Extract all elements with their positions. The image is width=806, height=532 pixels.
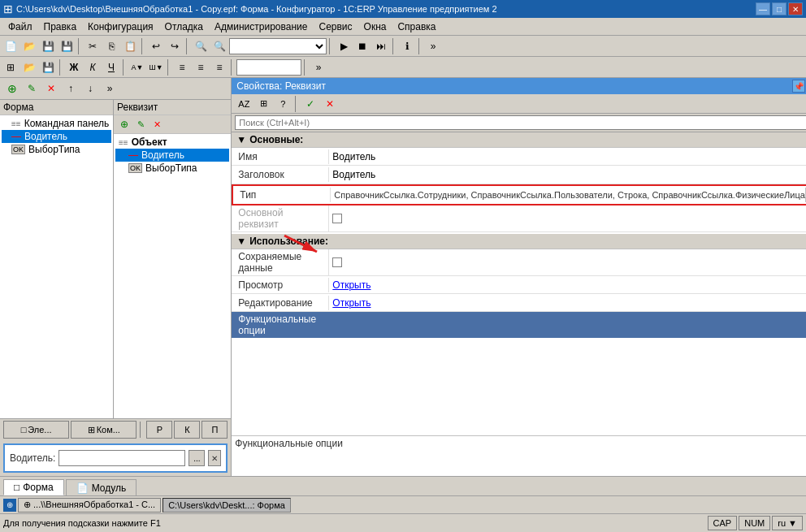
- tb2-highlight[interactable]: Ш▼: [147, 58, 165, 76]
- minimize-btn[interactable]: —: [756, 2, 770, 15]
- sep2-4: [231, 59, 234, 76]
- tb2-more[interactable]: »: [310, 58, 327, 76]
- tb2-align-left[interactable]: ≡: [173, 58, 191, 76]
- rekv-tree-voditel[interactable]: — Водитель: [115, 149, 229, 162]
- menu-windows[interactable]: Окна: [359, 19, 392, 34]
- tb2-italic[interactable]: К: [84, 58, 102, 76]
- tb-stop[interactable]: ⏹: [353, 37, 371, 55]
- elem-btn[interactable]: □ Эле...: [3, 421, 69, 439]
- left-del-btn[interactable]: ✕: [42, 80, 60, 97]
- right-panel: Свойства: Реквизит 📌 ✕ AZ ⊞ ? ✓ ✕ ✕ ▼: [232, 78, 806, 476]
- props-header-input[interactable]: [332, 169, 804, 180]
- menu-file[interactable]: Файл: [3, 19, 37, 34]
- form-field-dots-btn[interactable]: ...: [188, 450, 205, 466]
- left-up-btn[interactable]: ↑: [62, 80, 80, 97]
- props-group[interactable]: ⊞: [254, 95, 272, 113]
- rekv-edit[interactable]: ✎: [133, 117, 148, 132]
- tb-open[interactable]: 📂: [20, 37, 38, 55]
- props-name-input[interactable]: [332, 151, 806, 162]
- sep-3: [186, 38, 189, 54]
- section-use-collapse-icon: ▼: [236, 236, 246, 247]
- tb-paste[interactable]: 📋: [121, 37, 139, 55]
- props-type-value-container: СправочникСсылка.Сотрудники, СправочникС…: [331, 186, 806, 204]
- tb-undo[interactable]: ↩: [147, 37, 165, 55]
- props-base-rekv-value: [329, 212, 806, 225]
- left-down-btn[interactable]: ↓: [81, 80, 99, 97]
- tb-save-all[interactable]: 💾: [58, 37, 76, 55]
- rekv-del[interactable]: ✕: [150, 117, 164, 132]
- format-combo[interactable]: [236, 59, 301, 76]
- props-x[interactable]: ✕: [321, 95, 339, 113]
- form-field-clear-btn[interactable]: ✕: [208, 450, 221, 466]
- tb-save[interactable]: 💾: [39, 37, 57, 55]
- tb2-align-right[interactable]: ≡: [210, 58, 228, 76]
- close-btn[interactable]: ✕: [788, 2, 803, 15]
- rekv-add[interactable]: ⊕: [117, 117, 132, 132]
- tb2-open[interactable]: 📂: [20, 58, 38, 76]
- tb-step[interactable]: ⏭: [372, 37, 390, 55]
- taskbar-item-2[interactable]: C:\Users\kdv\Deskt...: Форма: [162, 498, 291, 513]
- menu-service[interactable]: Сервис: [314, 19, 357, 34]
- toolbar-combo[interactable]: [229, 38, 327, 54]
- menu-help[interactable]: Справка: [392, 19, 440, 34]
- k-btn[interactable]: К: [174, 421, 200, 439]
- tb-find[interactable]: 🔍: [192, 37, 210, 55]
- tb-cut[interactable]: ✂: [84, 37, 102, 55]
- section-use-header[interactable]: ▼ Использование:: [232, 234, 806, 249]
- tb2-underline[interactable]: Ч: [102, 58, 120, 76]
- menu-debug[interactable]: Отладка: [160, 19, 208, 34]
- menu-config[interactable]: Конфигурация: [83, 19, 158, 34]
- tree-item-cmdpanel[interactable]: ≡≡ Командная панель: [2, 117, 111, 130]
- rekv-tree-obj[interactable]: ≡≡ Объект: [115, 136, 229, 149]
- props-content: ▼ Основные: Имя Заголовок 🔍 Тип: [232, 132, 806, 476]
- kom-btn[interactable]: ⊞ Ком...: [71, 421, 136, 439]
- maximize-btn[interactable]: □: [772, 2, 786, 15]
- p-btn[interactable]: П: [202, 421, 228, 439]
- tree-item-vybor[interactable]: OK ВыборТипа: [2, 143, 111, 156]
- left-add-btn[interactable]: ⊕: [3, 80, 21, 97]
- left-panels-row: Форма ≡≡ Командная панель — Водитель: [0, 100, 231, 418]
- props-saved-checkbox[interactable]: [332, 257, 342, 267]
- tb2-save[interactable]: 💾: [39, 58, 57, 76]
- left-edit-btn[interactable]: ✎: [23, 80, 41, 97]
- status-help-text: Для получения подсказки нажмите F1: [3, 518, 161, 528]
- section-main-header[interactable]: ▼ Основные:: [232, 132, 806, 148]
- menu-edit[interactable]: Правка: [39, 19, 82, 34]
- tb-copy[interactable]: ⎘: [102, 37, 120, 55]
- taskbar-start[interactable]: ⊕: [3, 499, 16, 512]
- menu-admin[interactable]: Администрирование: [210, 19, 312, 34]
- form-field-input[interactable]: [58, 450, 185, 466]
- left-expand-btn[interactable]: »: [101, 80, 119, 97]
- tree-item-voditel[interactable]: — Водитель: [2, 130, 111, 143]
- props-row-saved: Сохраняемые данные: [232, 249, 806, 276]
- tb2-align-center[interactable]: ≡: [192, 58, 210, 76]
- tb-new[interactable]: 📄: [2, 37, 20, 55]
- props-search-input[interactable]: [235, 115, 806, 130]
- tb-info[interactable]: ℹ: [398, 37, 416, 55]
- tb-redo[interactable]: ↪: [166, 37, 184, 55]
- r-btn[interactable]: Р: [146, 421, 172, 439]
- props-sort-alpha[interactable]: AZ: [235, 95, 253, 113]
- props-preview-link[interactable]: Открыть: [332, 279, 370, 291]
- props-edit-link[interactable]: Открыть: [332, 297, 370, 309]
- props-pin-btn[interactable]: 📌: [792, 80, 805, 93]
- tb-run[interactable]: ▶: [335, 37, 353, 55]
- tree-icon-voditel: —: [11, 131, 21, 142]
- tb2-color[interactable]: A▼: [128, 58, 146, 76]
- rekv-tree-vybor[interactable]: OK ВыборТипа: [115, 162, 229, 175]
- kom-btn-icon: ⊞: [88, 425, 95, 435]
- tab-forma[interactable]: □ Форма: [3, 479, 64, 495]
- tab-modul[interactable]: 📄 Модуль: [66, 479, 137, 495]
- taskbar-item-1[interactable]: ⊕ ...\\ВнешняяОбработка1 - С...: [18, 498, 161, 513]
- tb-zoom[interactable]: 🔍: [210, 37, 228, 55]
- props-saved-value: [329, 256, 806, 269]
- tb2-conf[interactable]: ⊞: [2, 58, 20, 76]
- form-field-voditel: Водитель: ... ✕: [8, 448, 223, 468]
- props-base-rekv-checkbox[interactable]: [332, 214, 342, 223]
- tree-label-cmdpanel: Командная панель: [24, 118, 110, 129]
- tb-more[interactable]: »: [424, 37, 442, 55]
- status-lang[interactable]: ru ▼: [772, 516, 803, 530]
- props-help[interactable]: ?: [274, 95, 292, 113]
- tb2-bold[interactable]: Ж: [65, 58, 83, 76]
- props-check[interactable]: ✓: [301, 95, 319, 113]
